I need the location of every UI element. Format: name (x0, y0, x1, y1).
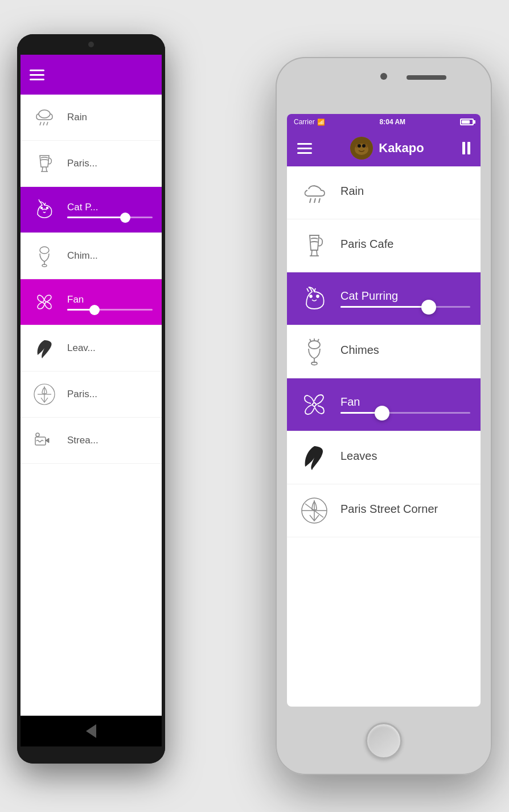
iphone: Carrier 📶 8:04 AM (276, 57, 492, 775)
iphone-bottom-bezel (276, 707, 492, 775)
item-label: Rain (340, 185, 470, 198)
fan-icon (30, 287, 59, 317)
item-content: Rain (67, 112, 153, 123)
slider-track[interactable] (67, 217, 153, 218)
item-content: Rain (340, 185, 470, 201)
item-label: Chimes (340, 344, 470, 357)
battery-icon (460, 119, 474, 125)
svg-line-22 (314, 198, 315, 203)
svg-point-15 (36, 433, 39, 436)
slider-row (67, 217, 153, 218)
iphone-hamburger-button[interactable] (297, 143, 312, 154)
iphone-app-title: Kakapo (379, 141, 424, 156)
item-label: Cat P... (67, 202, 153, 213)
item-label: Strea... (67, 435, 153, 446)
item-label: Rain (67, 112, 153, 123)
svg-line-21 (310, 198, 311, 203)
list-item[interactable]: Paris... (20, 141, 162, 187)
iphone-top-bezel (276, 57, 492, 114)
rain-icon (30, 103, 59, 132)
slider-track[interactable] (340, 306, 470, 308)
avatar (350, 137, 373, 160)
cat-purring-icon (297, 281, 331, 316)
android-screen: Rain Paris... (20, 55, 162, 716)
paris-street-icon (297, 493, 331, 528)
iphone-speaker (407, 75, 446, 80)
paris-street-icon (30, 380, 59, 409)
iphone-list-item-rain[interactable]: Rain (287, 166, 481, 219)
svg-line-34 (318, 339, 319, 341)
item-content: Paris... (67, 158, 153, 169)
iphone-title-group: Kakapo (350, 137, 424, 160)
svg-point-7 (41, 207, 43, 209)
item-content: Fan (340, 395, 470, 414)
iphone-list-item-leaves[interactable]: Leaves (287, 431, 481, 484)
iphone-list-item-chimes[interactable]: Chimes (287, 325, 481, 378)
svg-point-28 (317, 295, 319, 297)
iphone-pause-button[interactable] (462, 142, 470, 154)
svg-point-0 (39, 110, 50, 118)
list-item[interactable]: Strea... (20, 418, 162, 464)
slider-track[interactable] (340, 412, 470, 414)
chimes-icon (297, 334, 331, 369)
android-chin (17, 746, 165, 764)
item-content: Cat Purring (340, 289, 470, 308)
iphone-list-item-fan[interactable]: Fan (287, 378, 481, 431)
svg-point-12 (43, 301, 46, 304)
svg-line-4 (42, 167, 43, 172)
iphone-status-bar: Carrier 📶 8:04 AM (287, 114, 481, 130)
slider-row (67, 309, 153, 311)
leaves-icon (30, 333, 59, 363)
android-back-button[interactable] (86, 724, 96, 738)
iphone-list-item-cat-purring[interactable]: Cat Purring (287, 272, 481, 325)
svg-point-31 (311, 362, 317, 365)
item-content: Paris Cafe (340, 238, 470, 254)
svg-line-5 (46, 167, 47, 172)
item-label: Fan (340, 395, 470, 409)
slider-track[interactable] (67, 309, 153, 311)
svg-line-24 (311, 250, 312, 256)
item-label: Paris Street Corner (340, 503, 470, 516)
item-label: Paris... (67, 158, 153, 169)
svg-point-29 (309, 341, 320, 349)
item-label: Cat Purring (340, 289, 470, 303)
item-content: Chim... (67, 250, 153, 262)
svg-point-27 (310, 295, 312, 297)
iphone-home-button[interactable] (366, 723, 402, 759)
list-item[interactable]: Leav... (20, 325, 162, 372)
fan-icon (297, 387, 331, 422)
list-item[interactable]: Paris... (20, 372, 162, 418)
paris-cafe-icon (30, 149, 59, 178)
android-status-bar (17, 34, 165, 55)
item-content: Strea... (67, 435, 153, 446)
android-camera-dot (88, 42, 94, 47)
item-label: Fan (67, 294, 153, 305)
svg-point-11 (42, 264, 47, 267)
chimes-icon (30, 241, 59, 271)
list-item[interactable]: Fan (20, 279, 162, 325)
list-item[interactable]: Chim... (20, 233, 162, 279)
iphone-list-item-paris-cafe[interactable]: Paris Cafe (287, 219, 481, 272)
svg-point-9 (40, 247, 49, 254)
item-content: Cat P... (67, 202, 153, 218)
item-label: Leaves (340, 450, 470, 463)
svg-line-2 (43, 122, 44, 125)
svg-line-23 (319, 198, 320, 203)
list-item[interactable]: Cat P... (20, 187, 162, 233)
stream-icon (30, 426, 59, 455)
status-time: 8:04 AM (380, 118, 406, 126)
android-phone: Rain Paris... (17, 34, 165, 764)
wifi-icon: 📶 (317, 119, 325, 126)
iphone-app-header: Kakapo (287, 130, 481, 166)
iphone-camera-dot (380, 73, 387, 80)
iphone-list-item-paris-street[interactable]: Paris Street Corner (287, 484, 481, 537)
svg-point-19 (358, 144, 361, 148)
paris-cafe-icon (297, 228, 331, 263)
svg-line-32 (310, 339, 311, 341)
android-hamburger-button[interactable] (30, 70, 44, 80)
item-label: Paris Cafe (340, 238, 470, 251)
item-label: Leav... (67, 342, 153, 354)
list-item[interactable]: Rain (20, 95, 162, 141)
item-content: Paris... (67, 389, 153, 400)
item-label: Chim... (67, 250, 153, 262)
